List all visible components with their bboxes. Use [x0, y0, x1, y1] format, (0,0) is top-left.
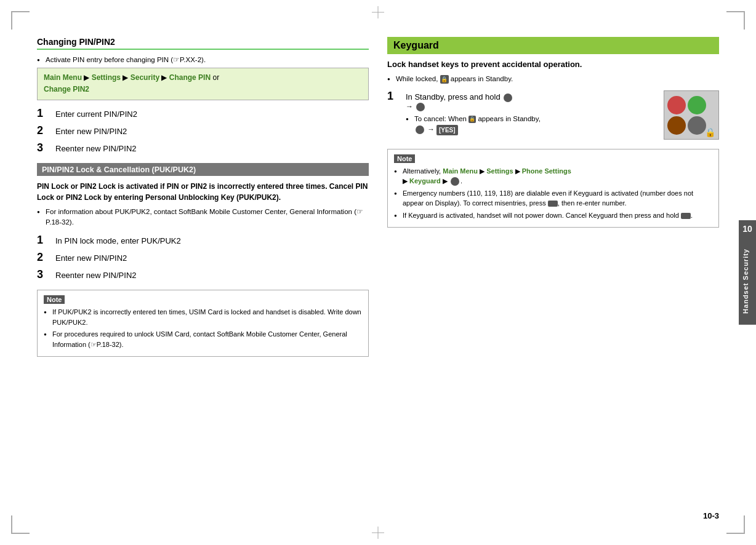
lock-step-1: 1 In PIN lock mode, enter PUK/PUK2: [37, 234, 369, 247]
section-pin-lock: PIN/PIN2 Lock & Cancellation (PUK/PUK2) …: [37, 163, 369, 357]
pin-lock-steps: 1 In PIN lock mode, enter PUK/PUK2 2 Ent…: [37, 234, 369, 282]
step-2: 2 Enter new PIN/PIN2: [37, 125, 369, 137]
keyguard-note-list: Alternatively, Main Menu ▶ Settings ▶ Ph…: [394, 166, 712, 221]
center-button-icon-2: [416, 103, 425, 111]
note-item: If PUK/PUK2 is incorrectly entered ten t…: [44, 307, 362, 327]
keyguard-intro: Lock handset keys to prevent accidental …: [387, 59, 719, 70]
keyguard-note-item-2: Emergency numbers (110, 119, 118) are di…: [394, 188, 712, 209]
note-item: For procedures required to unlock USIM C…: [44, 329, 362, 349]
crosshair-bottom: [372, 527, 384, 539]
keyguard-step-1-text: In Standby, press and hold → To cancel: …: [406, 92, 541, 137]
center-btn-note: [451, 177, 459, 186]
lock-step-3: 3 Reenter new PIN/PIN2: [37, 269, 369, 281]
pin-lock-note: Note If PUK/PUK2 is incorrectly entered …: [37, 290, 369, 357]
keyguard-note-item-1: Alternatively, Main Menu ▶ Settings ▶ Ph…: [394, 166, 712, 186]
crosshair-top: [372, 6, 384, 18]
keyguard-title: Keyguard: [387, 37, 719, 54]
lock-icon: 🔒: [705, 127, 715, 137]
pin-lock-bullet: For information about PUK/PUK2, contact …: [37, 207, 369, 228]
keyguard-bullet: While locked, 🔒 appears in Standby.: [387, 74, 719, 84]
keyguard-note-item-3: If Keyguard is activated, handset will n…: [394, 210, 712, 221]
right-column: Keyguard Lock handset keys to prevent ac…: [387, 37, 719, 508]
step-3: 3 Reenter new PIN/PIN2: [37, 142, 369, 154]
center-button-icon: [504, 93, 512, 102]
page-number: 10-3: [703, 511, 719, 520]
keyguard-step-content: 1 In Standby, press and hold → To cancel…: [387, 90, 657, 142]
pin-steps: 1 Enter current PIN/PIN2 2 Enter new PIN…: [37, 108, 369, 155]
corner-decoration-tl: [11, 11, 30, 30]
pin-intro: Activate PIN entry before changing PIN (…: [37, 55, 369, 65]
corner-decoration-bl: [11, 515, 30, 534]
section-title-pin-lock: PIN/PIN2 Lock & Cancellation (PUK/PUK2): [37, 163, 369, 176]
chapter-number: 10: [739, 220, 756, 237]
keyguard-note: Note Alternatively, Main Menu ▶ Settings…: [387, 149, 719, 228]
pin-lock-note-list: If PUK/PUK2 is incorrectly entered ten t…: [44, 307, 362, 349]
keyguard-step-area: 1 In Standby, press and hold → To cancel…: [387, 90, 719, 142]
section-keyguard: Keyguard Lock handset keys to prevent ac…: [387, 37, 719, 228]
pin-lock-bold-intro: PIN Lock or PIN2 Lock is activated if PI…: [37, 181, 369, 203]
lock-step-2: 2 Enter new PIN/PIN2: [37, 252, 369, 264]
step-1: 1 Enter current PIN/PIN2: [37, 108, 369, 120]
section-title-changing-pin: Changing PIN/PIN2: [37, 37, 369, 50]
menu-path-box: Main Menu ▶ Settings ▶ Security ▶ Change…: [37, 68, 369, 100]
left-column: Changing PIN/PIN2 Activate PIN entry bef…: [37, 37, 369, 508]
center-btn-icon-3: [416, 125, 424, 134]
chapter-label: Handset Security: [739, 237, 756, 325]
keyguard-step-1: 1 In Standby, press and hold → To cancel…: [387, 90, 657, 137]
phone-image: 🔒: [664, 90, 719, 140]
section-changing-pin: Changing PIN/PIN2 Activate PIN entry bef…: [37, 37, 369, 154]
